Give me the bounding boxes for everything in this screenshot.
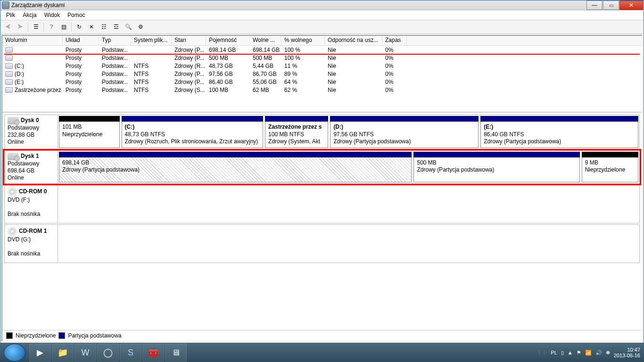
disk-row[interactable]: CD-ROM 0DVD (F:)Brak nośnika xyxy=(4,185,640,223)
taskbar-skype-icon[interactable]: S xyxy=(120,344,141,362)
partition-status: Nieprzydzielone xyxy=(62,131,116,139)
partition[interactable]: 9 MBNieprzydzielone xyxy=(582,152,638,182)
window-title: Zarządzanie dyskami xyxy=(11,2,65,8)
tray-lang[interactable]: PL xyxy=(551,350,557,355)
tray-clock[interactable]: 10:47 2013-06-16 xyxy=(614,347,640,358)
cell-layout: Prosty xyxy=(63,79,99,85)
cell-fs: NTFS xyxy=(131,87,172,93)
partition[interactable]: 101 MBNieprzydzielone xyxy=(59,116,120,148)
cell-capacity: 86,40 GB xyxy=(206,79,250,85)
col-type[interactable]: Typ xyxy=(99,36,131,45)
maximize-button[interactable]: ▭ xyxy=(603,0,619,10)
volume-list[interactable]: ProstyPodstaw...Zdrowy (P...698,14 GB698… xyxy=(2,46,642,112)
cell-pctfree: 11 % xyxy=(281,63,325,69)
partition-size: 100 MB NTFS xyxy=(268,131,325,139)
menu-file[interactable]: Plik xyxy=(2,11,19,19)
cell-overhead: 0% xyxy=(382,63,407,69)
col-pctfree[interactable]: % wolnego xyxy=(281,36,325,45)
cell-capacity: 97,56 GB xyxy=(206,71,250,77)
partition-status: Zdrowy (Partycja podstawowa) xyxy=(417,166,576,174)
col-free[interactable]: Wolne ... xyxy=(250,36,281,45)
partition[interactable]: 500 MBZdrowy (Partycja podstawowa) xyxy=(413,152,579,182)
partition[interactable]: (E:)86,40 GB NTFSZdrowy (Partycja podsta… xyxy=(480,116,638,148)
col-capacity[interactable]: Pojemność xyxy=(206,36,250,45)
volume-row[interactable]: (C:)ProstyPodstaw...NTFSZdrowy (R...48,7… xyxy=(2,62,642,70)
taskbar-chrome-icon[interactable]: ◯ xyxy=(97,344,119,362)
content: WoluminUkładTypSystem plik...StanPojemno… xyxy=(1,35,643,342)
tray-battery-icon[interactable]: ▯ xyxy=(561,350,564,356)
col-layout[interactable]: Układ xyxy=(63,36,99,45)
col-status[interactable]: Stan xyxy=(172,36,206,45)
cell-overhead: 0% xyxy=(382,79,407,85)
titlebar[interactable]: Zarządzanie dyskami — ▭ ✕ xyxy=(0,0,644,10)
cell-overhead: 0% xyxy=(382,87,407,93)
partition[interactable]: (D:)97,56 GB NTFSZdrowy (Partycja podsta… xyxy=(330,116,479,148)
cell-volume xyxy=(2,55,63,61)
remove-icon[interactable]: ✕ xyxy=(86,21,97,33)
disk-info: Dysk 1Podstawowy698,64 GBOnline xyxy=(5,151,58,183)
partition-size: 500 MB xyxy=(417,159,576,167)
disk-row[interactable]: CD-ROM 1DVD (G:)Brak nośnika xyxy=(4,224,640,263)
cell-free: 698,14 GB xyxy=(250,47,281,53)
menu-help[interactable]: Pomoc xyxy=(64,11,89,19)
taskbar[interactable]: ▶ 📁 W ◯ S 🧰 🖥 ⋮⋮ PL ▯ ▲ ⚑ 📶 🔊 ❋ 10:47 20… xyxy=(0,343,644,362)
cell-layout: Prosty xyxy=(63,71,99,77)
cell-fs: NTFS xyxy=(131,63,172,69)
volume-row[interactable]: Zastrzeżone przez ...ProstyPodstaw...NTF… xyxy=(2,86,642,94)
refresh-icon[interactable]: ↻ xyxy=(74,21,85,33)
taskbar-tools-icon[interactable]: 🧰 xyxy=(142,344,164,362)
close-button[interactable]: ✕ xyxy=(619,0,643,10)
volume-row[interactable]: ProstyPodstaw...Zdrowy (P...500 MB500 MB… xyxy=(2,54,642,62)
cell-status: Zdrowy (R... xyxy=(172,63,206,69)
col-overhead[interactable]: Zapas xyxy=(382,36,407,45)
menubar: Plik Akcja Widok Pomoc xyxy=(0,10,644,20)
disk-row[interactable]: Dysk 0Podstawowy232,88 GBOnline101 MBNie… xyxy=(4,115,640,149)
cell-fault: Nie xyxy=(325,47,382,53)
tray-up-icon[interactable]: ▲ xyxy=(568,350,573,355)
tray-flag-icon[interactable]: ⚑ xyxy=(577,350,581,356)
start-button[interactable] xyxy=(4,344,25,362)
cell-fault: Nie xyxy=(325,55,382,61)
taskbar-diskmgmt-icon[interactable]: 🖥 xyxy=(165,344,187,362)
volume-row[interactable]: (D:)ProstyPodstaw...NTFSZdrowy (P...97,5… xyxy=(2,70,642,78)
volume-row[interactable]: (E:)ProstyPodstaw...NTFSZdrowy (P...86,4… xyxy=(2,78,642,86)
forward-icon: ⮞ xyxy=(15,21,26,33)
view-icon[interactable]: ☰ xyxy=(30,21,41,33)
menu-view[interactable]: Widok xyxy=(41,11,64,19)
cell-pctfree: 100 % xyxy=(281,55,325,61)
minimize-button[interactable]: — xyxy=(586,0,603,10)
legend-unalloc: Nieprzydzielone xyxy=(16,332,56,339)
taskbar-explorer-icon[interactable]: 📁 xyxy=(52,344,74,362)
detail-icon[interactable]: ☲ xyxy=(110,21,122,33)
disk-row[interactable]: Dysk 1Podstawowy698,64 GBOnline698,14 GB… xyxy=(4,150,640,184)
col-fault[interactable]: Odporność na usz... xyxy=(325,36,382,45)
partition-label: (D:) xyxy=(333,123,475,131)
help-icon[interactable]: ? xyxy=(46,21,57,33)
partition[interactable]: (C:)48,73 GB NTFSZdrowy (Rozruch, Plik s… xyxy=(122,116,263,148)
tray-sync-icon[interactable]: ❋ xyxy=(606,350,610,356)
rescan-icon[interactable]: 🔍 xyxy=(123,21,134,33)
tray-network-icon[interactable]: 📶 xyxy=(585,350,592,356)
properties-icon[interactable]: ▤ xyxy=(58,21,69,33)
partition-label: (C:) xyxy=(125,123,260,131)
tray-sound-icon[interactable]: 🔊 xyxy=(595,350,602,356)
menu-action[interactable]: Akcja xyxy=(19,11,40,19)
cell-overhead: 0% xyxy=(382,47,407,53)
list-icon[interactable]: ☷ xyxy=(98,21,109,33)
cell-pctfree: 100 % xyxy=(281,47,325,53)
col-fs[interactable]: System plik... xyxy=(131,36,172,45)
cell-fault: Nie xyxy=(325,63,382,69)
back-icon: ⮜ xyxy=(2,21,14,33)
col-volume[interactable]: Wolumin xyxy=(2,36,63,45)
settings-icon[interactable]: ⚙ xyxy=(135,21,146,33)
disk-info: Dysk 0Podstawowy232,88 GBOnline xyxy=(5,115,58,149)
system-tray[interactable]: ⋮⋮ PL ▯ ▲ ⚑ 📶 🔊 ❋ 10:47 2013-06-16 xyxy=(537,347,644,358)
taskbar-word-icon[interactable]: W xyxy=(74,344,96,362)
partition[interactable]: 698,14 GBZdrowy (Partycja podstawowa) xyxy=(59,152,412,182)
volume-row[interactable]: ProstyPodstaw...Zdrowy (P...698,14 GB698… xyxy=(2,46,642,54)
partition[interactable]: Zastrzeżone przez s100 MB NTFSZdrowy (Sy… xyxy=(265,116,328,148)
cell-type: Podstaw... xyxy=(99,71,131,77)
partition-label: (E:) xyxy=(484,123,635,131)
cell-free: 86,70 GB xyxy=(250,71,281,77)
taskbar-media-icon[interactable]: ▶ xyxy=(29,344,51,362)
